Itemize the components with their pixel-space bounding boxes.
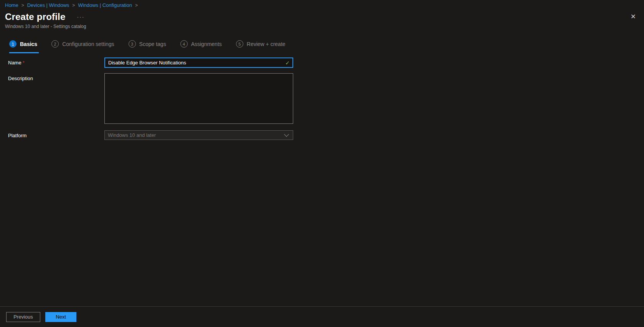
platform-label: Platform [8, 130, 104, 138]
tab-assignments[interactable]: 4 Assignments [180, 40, 223, 53]
breadcrumb-link-devices-windows[interactable]: Devices | Windows [27, 2, 69, 8]
step-number-badge: 3 [129, 40, 136, 48]
step-number-badge: 5 [236, 40, 243, 48]
platform-row: Platform Windows 10 and later [8, 130, 644, 140]
breadcrumb-separator: > [21, 3, 24, 8]
tab-label: Review + create [247, 41, 286, 47]
name-label-text: Name [8, 60, 21, 66]
wizard-steps: 1 Basics 2 Configuration settings 3 Scop… [9, 40, 644, 53]
tab-label: Scope tags [139, 41, 166, 47]
wizard-footer: Previous Next [0, 306, 644, 327]
platform-dropdown[interactable]: Windows 10 and later [104, 130, 293, 140]
page-title: Create profile [5, 12, 66, 22]
name-input[interactable] [104, 58, 293, 68]
chevron-down-icon [284, 132, 289, 137]
tab-label: Configuration settings [62, 41, 114, 47]
breadcrumb-link-windows-configuration[interactable]: Windows | Configuration [78, 2, 132, 8]
tab-basics[interactable]: 1 Basics [9, 40, 39, 53]
breadcrumb-separator: > [72, 3, 75, 8]
previous-button[interactable]: Previous [6, 312, 40, 322]
step-number-badge: 2 [51, 40, 59, 48]
next-button[interactable]: Next [45, 312, 76, 322]
breadcrumb: Home>Devices | Windows>Windows | Configu… [0, 0, 644, 8]
page-subtitle: Windows 10 and later - Settings catalog [5, 24, 644, 29]
tab-label: Basics [20, 41, 37, 47]
step-number-badge: 1 [9, 40, 17, 48]
tab-configuration-settings[interactable]: 2 Configuration settings [51, 40, 116, 53]
step-number-badge: 4 [180, 40, 188, 48]
breadcrumb-separator: > [135, 3, 138, 8]
close-icon[interactable]: ✕ [630, 13, 637, 21]
description-row: Description [8, 73, 644, 124]
basics-form: Name* ✓ Description Platform Windows 10 … [8, 58, 644, 140]
page-header: Create profile ··· Windows 10 and later … [0, 12, 644, 29]
platform-dropdown-value: Windows 10 and later [108, 132, 156, 138]
description-textarea[interactable] [104, 73, 293, 124]
tab-label: Assignments [191, 41, 222, 47]
breadcrumb-link-home[interactable]: Home [5, 2, 18, 8]
tab-review-create[interactable]: 5 Review + create [236, 40, 287, 53]
more-options-icon[interactable]: ··· [76, 14, 86, 20]
tab-scope-tags[interactable]: 3 Scope tags [129, 40, 168, 53]
name-label: Name* [8, 58, 104, 66]
name-row: Name* ✓ [8, 58, 644, 68]
required-asterisk: * [23, 60, 25, 66]
description-label: Description [8, 73, 104, 81]
